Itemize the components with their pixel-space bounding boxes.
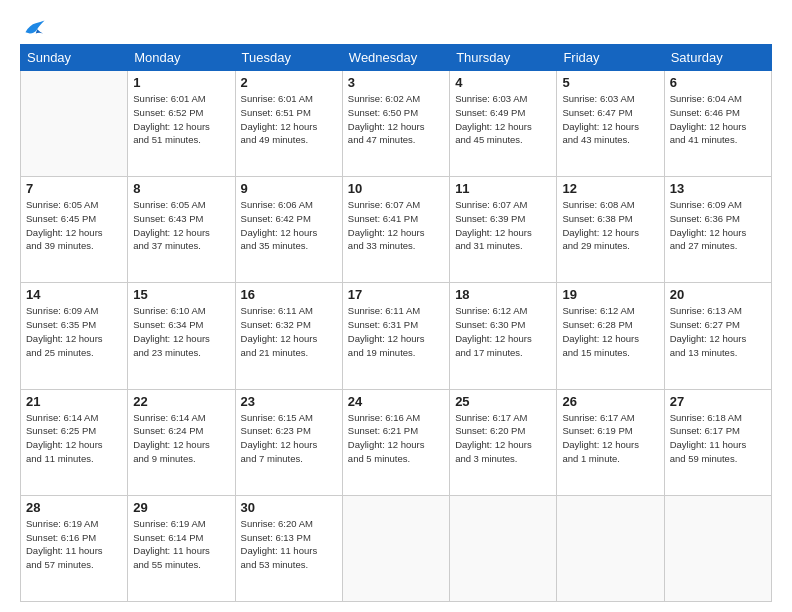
day-info: Sunrise: 6:10 AM Sunset: 6:34 PM Dayligh… xyxy=(133,304,229,359)
calendar-cell xyxy=(450,495,557,601)
day-info: Sunrise: 6:01 AM Sunset: 6:52 PM Dayligh… xyxy=(133,92,229,147)
weekday-header-saturday: Saturday xyxy=(664,45,771,71)
week-row-4: 21Sunrise: 6:14 AM Sunset: 6:25 PM Dayli… xyxy=(21,389,772,495)
calendar-cell: 28Sunrise: 6:19 AM Sunset: 6:16 PM Dayli… xyxy=(21,495,128,601)
day-number: 11 xyxy=(455,181,551,196)
calendar-cell xyxy=(557,495,664,601)
calendar-cell: 21Sunrise: 6:14 AM Sunset: 6:25 PM Dayli… xyxy=(21,389,128,495)
day-info: Sunrise: 6:16 AM Sunset: 6:21 PM Dayligh… xyxy=(348,411,444,466)
day-number: 13 xyxy=(670,181,766,196)
calendar-cell: 29Sunrise: 6:19 AM Sunset: 6:14 PM Dayli… xyxy=(128,495,235,601)
day-info: Sunrise: 6:19 AM Sunset: 6:16 PM Dayligh… xyxy=(26,517,122,572)
day-info: Sunrise: 6:07 AM Sunset: 6:41 PM Dayligh… xyxy=(348,198,444,253)
day-number: 2 xyxy=(241,75,337,90)
calendar-cell: 17Sunrise: 6:11 AM Sunset: 6:31 PM Dayli… xyxy=(342,283,449,389)
calendar-cell: 1Sunrise: 6:01 AM Sunset: 6:52 PM Daylig… xyxy=(128,71,235,177)
day-number: 6 xyxy=(670,75,766,90)
day-info: Sunrise: 6:19 AM Sunset: 6:14 PM Dayligh… xyxy=(133,517,229,572)
week-row-3: 14Sunrise: 6:09 AM Sunset: 6:35 PM Dayli… xyxy=(21,283,772,389)
day-info: Sunrise: 6:09 AM Sunset: 6:35 PM Dayligh… xyxy=(26,304,122,359)
day-number: 5 xyxy=(562,75,658,90)
weekday-header-monday: Monday xyxy=(128,45,235,71)
day-info: Sunrise: 6:02 AM Sunset: 6:50 PM Dayligh… xyxy=(348,92,444,147)
calendar-cell: 16Sunrise: 6:11 AM Sunset: 6:32 PM Dayli… xyxy=(235,283,342,389)
day-number: 25 xyxy=(455,394,551,409)
day-info: Sunrise: 6:03 AM Sunset: 6:49 PM Dayligh… xyxy=(455,92,551,147)
week-row-1: 1Sunrise: 6:01 AM Sunset: 6:52 PM Daylig… xyxy=(21,71,772,177)
calendar-cell: 8Sunrise: 6:05 AM Sunset: 6:43 PM Daylig… xyxy=(128,177,235,283)
week-row-2: 7Sunrise: 6:05 AM Sunset: 6:45 PM Daylig… xyxy=(21,177,772,283)
day-number: 17 xyxy=(348,287,444,302)
calendar-cell: 22Sunrise: 6:14 AM Sunset: 6:24 PM Dayli… xyxy=(128,389,235,495)
day-number: 4 xyxy=(455,75,551,90)
calendar-cell xyxy=(342,495,449,601)
day-info: Sunrise: 6:20 AM Sunset: 6:13 PM Dayligh… xyxy=(241,517,337,572)
header xyxy=(20,18,772,36)
calendar-cell: 5Sunrise: 6:03 AM Sunset: 6:47 PM Daylig… xyxy=(557,71,664,177)
day-info: Sunrise: 6:05 AM Sunset: 6:45 PM Dayligh… xyxy=(26,198,122,253)
day-info: Sunrise: 6:14 AM Sunset: 6:25 PM Dayligh… xyxy=(26,411,122,466)
day-number: 12 xyxy=(562,181,658,196)
weekday-header-friday: Friday xyxy=(557,45,664,71)
day-number: 22 xyxy=(133,394,229,409)
day-number: 8 xyxy=(133,181,229,196)
day-info: Sunrise: 6:17 AM Sunset: 6:19 PM Dayligh… xyxy=(562,411,658,466)
day-number: 30 xyxy=(241,500,337,515)
day-number: 10 xyxy=(348,181,444,196)
calendar-cell: 19Sunrise: 6:12 AM Sunset: 6:28 PM Dayli… xyxy=(557,283,664,389)
day-info: Sunrise: 6:09 AM Sunset: 6:36 PM Dayligh… xyxy=(670,198,766,253)
day-info: Sunrise: 6:08 AM Sunset: 6:38 PM Dayligh… xyxy=(562,198,658,253)
day-number: 15 xyxy=(133,287,229,302)
day-info: Sunrise: 6:17 AM Sunset: 6:20 PM Dayligh… xyxy=(455,411,551,466)
calendar-cell: 23Sunrise: 6:15 AM Sunset: 6:23 PM Dayli… xyxy=(235,389,342,495)
day-number: 27 xyxy=(670,394,766,409)
day-info: Sunrise: 6:15 AM Sunset: 6:23 PM Dayligh… xyxy=(241,411,337,466)
day-info: Sunrise: 6:18 AM Sunset: 6:17 PM Dayligh… xyxy=(670,411,766,466)
day-info: Sunrise: 6:11 AM Sunset: 6:31 PM Dayligh… xyxy=(348,304,444,359)
day-number: 21 xyxy=(26,394,122,409)
calendar-cell: 27Sunrise: 6:18 AM Sunset: 6:17 PM Dayli… xyxy=(664,389,771,495)
week-row-5: 28Sunrise: 6:19 AM Sunset: 6:16 PM Dayli… xyxy=(21,495,772,601)
day-info: Sunrise: 6:11 AM Sunset: 6:32 PM Dayligh… xyxy=(241,304,337,359)
day-info: Sunrise: 6:12 AM Sunset: 6:30 PM Dayligh… xyxy=(455,304,551,359)
calendar-cell: 6Sunrise: 6:04 AM Sunset: 6:46 PM Daylig… xyxy=(664,71,771,177)
day-number: 9 xyxy=(241,181,337,196)
day-number: 16 xyxy=(241,287,337,302)
calendar-cell xyxy=(664,495,771,601)
weekday-header-wednesday: Wednesday xyxy=(342,45,449,71)
day-info: Sunrise: 6:12 AM Sunset: 6:28 PM Dayligh… xyxy=(562,304,658,359)
day-info: Sunrise: 6:06 AM Sunset: 6:42 PM Dayligh… xyxy=(241,198,337,253)
page: SundayMondayTuesdayWednesdayThursdayFrid… xyxy=(0,0,792,612)
calendar-cell: 26Sunrise: 6:17 AM Sunset: 6:19 PM Dayli… xyxy=(557,389,664,495)
calendar-cell: 2Sunrise: 6:01 AM Sunset: 6:51 PM Daylig… xyxy=(235,71,342,177)
logo xyxy=(20,18,48,36)
day-info: Sunrise: 6:03 AM Sunset: 6:47 PM Dayligh… xyxy=(562,92,658,147)
day-number: 1 xyxy=(133,75,229,90)
day-number: 20 xyxy=(670,287,766,302)
calendar-cell xyxy=(21,71,128,177)
day-info: Sunrise: 6:13 AM Sunset: 6:27 PM Dayligh… xyxy=(670,304,766,359)
day-number: 18 xyxy=(455,287,551,302)
calendar-cell: 12Sunrise: 6:08 AM Sunset: 6:38 PM Dayli… xyxy=(557,177,664,283)
calendar-cell: 3Sunrise: 6:02 AM Sunset: 6:50 PM Daylig… xyxy=(342,71,449,177)
weekday-header-tuesday: Tuesday xyxy=(235,45,342,71)
day-number: 19 xyxy=(562,287,658,302)
day-info: Sunrise: 6:14 AM Sunset: 6:24 PM Dayligh… xyxy=(133,411,229,466)
calendar-cell: 9Sunrise: 6:06 AM Sunset: 6:42 PM Daylig… xyxy=(235,177,342,283)
day-number: 28 xyxy=(26,500,122,515)
calendar-cell: 30Sunrise: 6:20 AM Sunset: 6:13 PM Dayli… xyxy=(235,495,342,601)
day-info: Sunrise: 6:05 AM Sunset: 6:43 PM Dayligh… xyxy=(133,198,229,253)
day-number: 14 xyxy=(26,287,122,302)
calendar-cell: 10Sunrise: 6:07 AM Sunset: 6:41 PM Dayli… xyxy=(342,177,449,283)
day-number: 29 xyxy=(133,500,229,515)
calendar-table: SundayMondayTuesdayWednesdayThursdayFrid… xyxy=(20,44,772,602)
day-number: 7 xyxy=(26,181,122,196)
day-info: Sunrise: 6:01 AM Sunset: 6:51 PM Dayligh… xyxy=(241,92,337,147)
day-number: 3 xyxy=(348,75,444,90)
calendar-cell: 4Sunrise: 6:03 AM Sunset: 6:49 PM Daylig… xyxy=(450,71,557,177)
day-number: 26 xyxy=(562,394,658,409)
calendar-cell: 20Sunrise: 6:13 AM Sunset: 6:27 PM Dayli… xyxy=(664,283,771,389)
logo-bird-icon xyxy=(24,18,46,36)
calendar-cell: 14Sunrise: 6:09 AM Sunset: 6:35 PM Dayli… xyxy=(21,283,128,389)
calendar-cell: 13Sunrise: 6:09 AM Sunset: 6:36 PM Dayli… xyxy=(664,177,771,283)
